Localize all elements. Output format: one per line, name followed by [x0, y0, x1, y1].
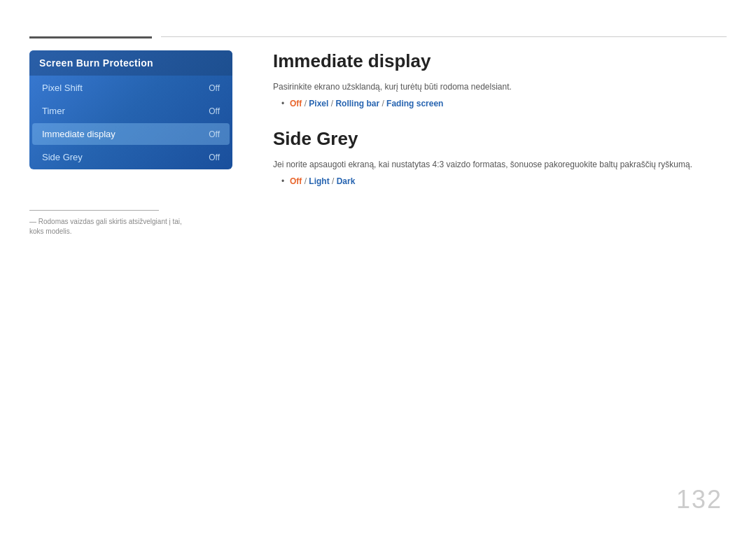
menu-header: Screen Burn Protection: [29, 50, 232, 76]
menu-item-side-grey[interactable]: Side Grey Off: [32, 146, 230, 168]
side-grey-opt-off: Off: [290, 176, 302, 186]
side-grey-option-list: Off / Light / Dark: [281, 176, 727, 186]
immediate-display-option-list: Off / Pixel / Rolling bar / Fading scree…: [281, 99, 727, 108]
timer-value: Off: [209, 106, 220, 116]
immediate-display-desc: Pasirinkite ekrano užsklandą, kurį turėt…: [273, 80, 727, 93]
immediate-display-opt-pixel: Pixel: [309, 99, 328, 108]
immediate-display-label: Immediate display: [42, 129, 115, 139]
sep1: /: [302, 99, 309, 108]
immediate-display-opt-off: Off: [290, 99, 302, 108]
side-grey-label: Side Grey: [42, 152, 83, 162]
immediate-display-value: Off: [209, 129, 220, 139]
side-grey-opt-light: Light: [309, 176, 329, 186]
sep3: /: [379, 99, 386, 108]
immediate-display-opt-rolling: Rolling bar: [335, 99, 379, 108]
immediate-display-title: Immediate display: [273, 50, 727, 72]
screen-burn-menu: Screen Burn Protection Pixel Shift Off T…: [29, 50, 232, 169]
side-grey-value: Off: [209, 153, 220, 162]
footnote-divider: [29, 210, 159, 211]
immediate-display-section: Immediate display Pasirinkite ekrano užs…: [273, 50, 727, 108]
side-grey-opt-dark: Dark: [337, 176, 356, 186]
side-grey-desc: Jei norite apsaugoti ekraną, kai nustaty…: [273, 158, 727, 171]
page-number: 132: [676, 485, 722, 514]
immediate-display-opt-fading: Fading screen: [386, 99, 443, 108]
side-grey-section: Side Grey Jei norite apsaugoti ekraną, k…: [273, 128, 727, 186]
sep4: /: [302, 176, 309, 186]
side-grey-options: Off / Light / Dark: [281, 176, 727, 186]
right-content: Immediate display Pasirinkite ekrano užs…: [273, 50, 727, 206]
pixel-shift-label: Pixel Shift: [42, 83, 83, 93]
immediate-display-options: Off / Pixel / Rolling bar / Fading scree…: [281, 99, 727, 108]
top-border-right: [161, 36, 727, 37]
sep2: /: [328, 99, 335, 108]
menu-item-pixel-shift[interactable]: Pixel Shift Off: [32, 77, 230, 99]
menu-item-timer[interactable]: Timer Off: [32, 100, 230, 122]
side-grey-title: Side Grey: [273, 128, 727, 150]
top-border-left: [29, 36, 152, 38]
left-panel: Screen Burn Protection Pixel Shift Off T…: [29, 50, 232, 169]
timer-label: Timer: [42, 106, 65, 116]
menu-item-immediate-display[interactable]: Immediate display Off: [32, 123, 230, 145]
pixel-shift-value: Off: [209, 83, 220, 93]
sep5: /: [330, 176, 337, 186]
footnote: — Rodomas vaizdas gali skirtis atsižvelg…: [29, 217, 197, 237]
